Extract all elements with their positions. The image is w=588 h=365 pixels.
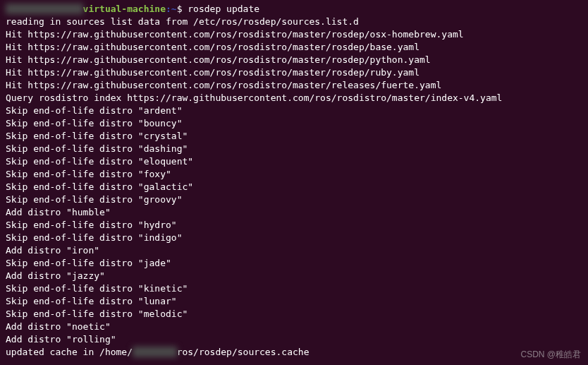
output-line: Skip end-of-life distro "indigo"	[6, 232, 582, 244]
output-line: Skip end-of-life distro "melodic"	[6, 308, 582, 321]
output-line: Skip end-of-life distro "kinetic"	[6, 282, 582, 295]
output-line: Query rosdistro index https://raw.github…	[6, 92, 582, 104]
output-line: Skip end-of-life distro "ardent"	[6, 104, 582, 117]
output-line: Add distro "noetic"	[6, 321, 582, 333]
terminal-output: reading in sources list data from /etc/r…	[6, 16, 582, 346]
output-line: Add distro "humble"	[6, 206, 582, 219]
output-line: Hit https://raw.githubusercontent.com/ro…	[6, 28, 582, 41]
output-line: Skip end-of-life distro "crystal"	[6, 130, 582, 143]
last-blur: xxxxxxxx	[133, 347, 177, 357]
command: rosdep update	[188, 4, 259, 14]
output-line: Skip end-of-life distro "dashing"	[6, 143, 582, 155]
watermark: CSDN @稚皓君	[520, 348, 581, 361]
output-line: Skip end-of-life distro "jade"	[6, 257, 582, 270]
output-line: Skip end-of-life distro "hydro"	[6, 219, 582, 232]
prompt-separator: :	[166, 4, 171, 14]
last-prefix: updated cache in /home/	[6, 347, 133, 357]
output-line: Hit https://raw.githubusercontent.com/ro…	[6, 54, 582, 66]
output-line-last: updated cache in /home/xxxxxxxxros/rosde…	[6, 346, 582, 359]
output-line: Add distro "iron"	[6, 244, 582, 257]
output-line: Skip end-of-life distro "groovy"	[6, 193, 582, 206]
prompt-path: ~	[171, 4, 177, 14]
prompt-user-blur: xxxxxxxxxxxxxx	[6, 4, 83, 14]
output-line: reading in sources list data from /etc/r…	[6, 16, 582, 28]
prompt-host: virtual-machine	[83, 4, 166, 14]
prompt-line[interactable]: xxxxxxxxxxxxxxvirtual-machine:~$ rosdep …	[6, 3, 582, 16]
output-line: Hit https://raw.githubusercontent.com/ro…	[6, 79, 582, 92]
output-line: Skip end-of-life distro "galactic"	[6, 181, 582, 193]
output-line: Add distro "rolling"	[6, 333, 582, 346]
output-line: Skip end-of-life distro "eloquent"	[6, 155, 582, 168]
output-line: Skip end-of-life distro "bouncy"	[6, 117, 582, 130]
output-line: Add distro "jazzy"	[6, 270, 582, 282]
output-line: Hit https://raw.githubusercontent.com/ro…	[6, 66, 582, 79]
last-suffix: ros/rosdep/sources.cache	[177, 347, 310, 357]
output-line: Hit https://raw.githubusercontent.com/ro…	[6, 41, 582, 54]
output-line: Skip end-of-life distro "lunar"	[6, 295, 582, 308]
output-line: Skip end-of-life distro "foxy"	[6, 168, 582, 181]
